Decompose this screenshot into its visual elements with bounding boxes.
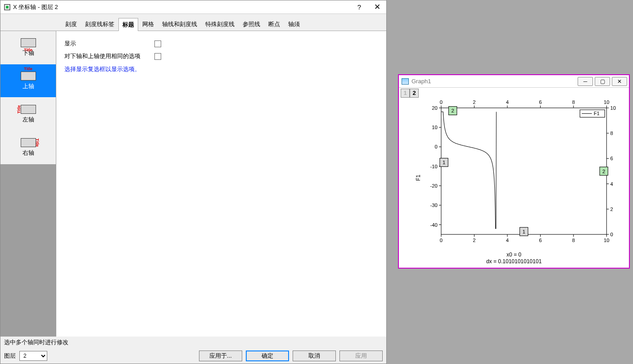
graph-layer-tabs: 1 2 <box>401 89 419 98</box>
layer-select[interactable]: 2 <box>19 351 47 361</box>
same-options-checkbox[interactable] <box>154 53 161 60</box>
graph-window: Graph1 ─ ▢ ✕ 1 2 F1 0246810024681020100-… <box>398 74 630 269</box>
svg-text:4: 4 <box>506 99 509 105</box>
svg-rect-0 <box>441 108 606 234</box>
svg-text:0: 0 <box>440 99 443 105</box>
tab-8[interactable]: 轴须 <box>284 18 304 31</box>
graph-title: Graph1 <box>411 78 578 85</box>
tab-5[interactable]: 特殊刻度线 <box>201 18 239 31</box>
layer-tab-2[interactable]: 2 <box>410 89 419 98</box>
tab-6[interactable]: 参照线 <box>239 18 264 31</box>
graph-titlebar[interactable]: Graph1 ─ ▢ ✕ <box>399 75 629 88</box>
svg-text:-10: -10 <box>430 164 438 169</box>
svg-text:8: 8 <box>610 130 613 136</box>
svg-text:8: 8 <box>572 238 575 243</box>
maximize-button[interactable]: ▢ <box>595 77 610 86</box>
show-checkbox[interactable] <box>154 40 161 47</box>
svg-text:2: 2 <box>452 108 454 113</box>
svg-text:F1: F1 <box>594 111 600 116</box>
svg-text:8: 8 <box>572 99 575 105</box>
svg-text:20: 20 <box>432 105 437 111</box>
svg-text:1: 1 <box>522 229 525 234</box>
axis-dialog: X 坐标轴 - 图层 2 ? ✕ 刻度刻度线标签标题网格轴线和刻度线特殊刻度线参… <box>0 0 387 364</box>
show-label: 显示 <box>64 40 154 48</box>
svg-text:10: 10 <box>610 105 615 111</box>
svg-text:2: 2 <box>602 168 605 174</box>
svg-text:1: 1 <box>443 160 445 165</box>
app-icon <box>4 4 10 10</box>
hint-text: 选择显示复选框以显示选项。 <box>64 65 378 73</box>
tab-4[interactable]: 轴线和刻度线 <box>158 18 201 31</box>
svg-text:10: 10 <box>604 99 609 105</box>
close-graph-button[interactable]: ✕ <box>612 77 627 86</box>
svg-text:2: 2 <box>610 207 613 212</box>
apply-button[interactable]: 应用 <box>339 351 383 361</box>
tab-0[interactable]: 刻度 <box>61 18 81 31</box>
axis-item-1[interactable]: Title上轴 <box>0 64 56 98</box>
apply-to-button[interactable]: 应用于... <box>199 351 242 361</box>
footer-note: 选中多个轴同时进行修改 <box>0 337 386 348</box>
graph-icon <box>402 78 409 85</box>
svg-text:4: 4 <box>506 238 509 243</box>
tab-content: 显示 对下轴和上轴使用相同的选项 选择显示复选框以显示选项。 <box>56 31 386 337</box>
svg-text:10: 10 <box>432 125 437 130</box>
svg-text:2: 2 <box>473 99 475 105</box>
axis-sidebar: Title下轴Title上轴Title左轴Title右轴 <box>0 31 56 337</box>
svg-text:-40: -40 <box>430 222 438 227</box>
graph-caption: x0 = 0 dx = 0.1010101010101 <box>399 252 629 265</box>
tab-bar: 刻度刻度线标签标题网格轴线和刻度线特殊刻度线参照线断点轴须 <box>0 14 386 31</box>
svg-text:-20: -20 <box>430 183 438 189</box>
svg-text:0: 0 <box>610 232 613 237</box>
svg-text:-30: -30 <box>430 202 438 208</box>
svg-text:6: 6 <box>610 156 613 161</box>
tab-2[interactable]: 标题 <box>118 18 138 31</box>
close-button[interactable]: ✕ <box>368 0 386 14</box>
footer-bar: 图层 2 应用于... 确定 取消 应用 <box>0 348 386 364</box>
layer-label: 图层 <box>4 352 16 360</box>
layer-tab-1[interactable]: 1 <box>401 89 410 98</box>
dialog-titlebar[interactable]: X 坐标轴 - 图层 2 ? ✕ <box>0 0 386 14</box>
axis-item-0[interactable]: Title下轴 <box>0 31 56 64</box>
svg-text:10: 10 <box>604 238 609 243</box>
svg-text:0: 0 <box>435 144 438 149</box>
minimize-button[interactable]: ─ <box>578 77 593 86</box>
cancel-button[interactable]: 取消 <box>293 351 336 361</box>
svg-text:6: 6 <box>539 99 542 105</box>
tab-3[interactable]: 网格 <box>138 18 158 31</box>
chart-area[interactable]: 0246810024681020100-10-20-30-401086420F1… <box>420 99 623 246</box>
tab-7[interactable]: 断点 <box>264 18 284 31</box>
svg-text:2: 2 <box>473 238 475 243</box>
dialog-title: X 坐标轴 - 图层 2 <box>13 3 350 11</box>
same-options-label: 对下轴和上轴使用相同的选项 <box>64 52 154 60</box>
tab-1[interactable]: 刻度线标签 <box>81 18 118 31</box>
axis-item-2[interactable]: Title左轴 <box>0 98 56 131</box>
svg-text:6: 6 <box>539 238 542 243</box>
svg-text:0: 0 <box>440 238 443 243</box>
axis-item-3[interactable]: Title右轴 <box>0 131 56 164</box>
ok-button[interactable]: 确定 <box>246 351 289 361</box>
help-button[interactable]: ? <box>350 0 368 14</box>
svg-text:4: 4 <box>610 181 613 187</box>
